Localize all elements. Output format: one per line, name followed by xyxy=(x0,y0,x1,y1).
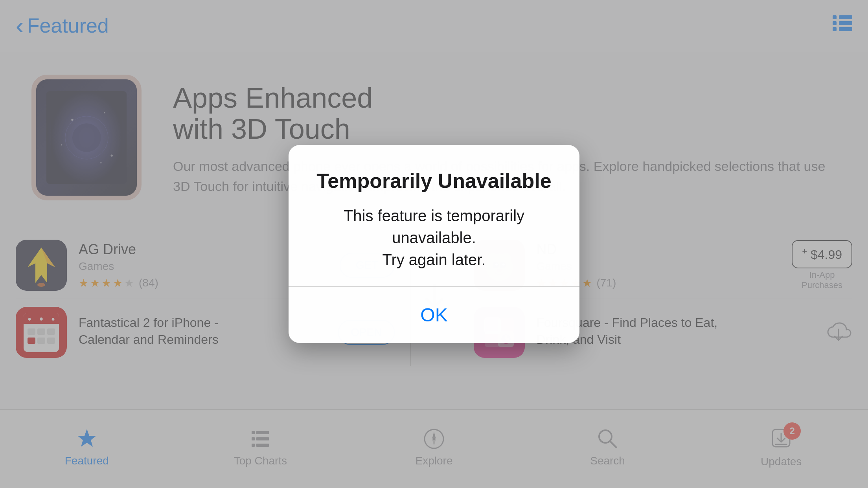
alert-dialog: Temporarily Unavailable This feature is … xyxy=(289,145,579,343)
alert-title: Temporarily Unavailable xyxy=(312,169,556,193)
alert-actions: OK xyxy=(289,287,579,343)
alert-content: Temporarily Unavailable This feature is … xyxy=(289,145,579,286)
modal-overlay: Temporarily Unavailable This feature is … xyxy=(0,0,868,488)
alert-message: This feature is temporarily unavailable.… xyxy=(312,205,556,271)
ok-button[interactable]: OK xyxy=(289,287,579,343)
